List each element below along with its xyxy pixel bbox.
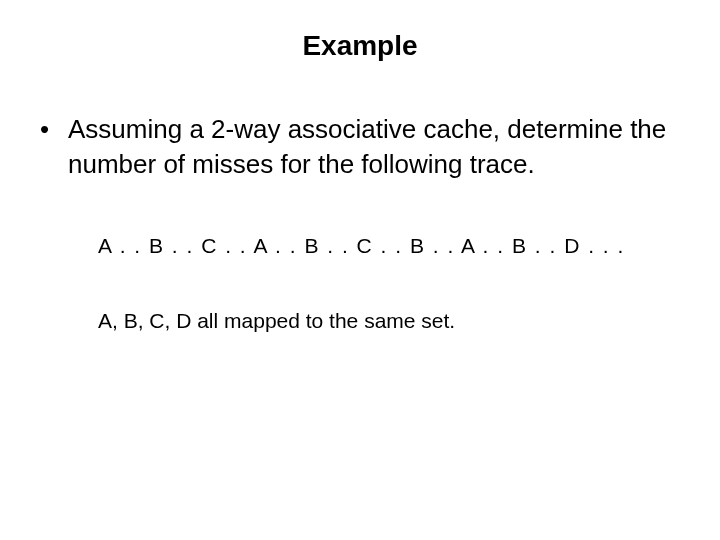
slide: Example • Assuming a 2-way associative c… xyxy=(0,0,720,540)
bullet-item: • Assuming a 2-way associative cache, de… xyxy=(40,112,680,182)
bullet-mark: • xyxy=(40,112,68,147)
bullet-text: Assuming a 2-way associative cache, dete… xyxy=(68,112,680,182)
slide-title: Example xyxy=(40,30,680,62)
mapping-note: A, B, C, D all mapped to the same set. xyxy=(98,307,680,335)
trace-sequence: A . . B . . C . . A . . B . . C . . B . … xyxy=(98,232,680,260)
